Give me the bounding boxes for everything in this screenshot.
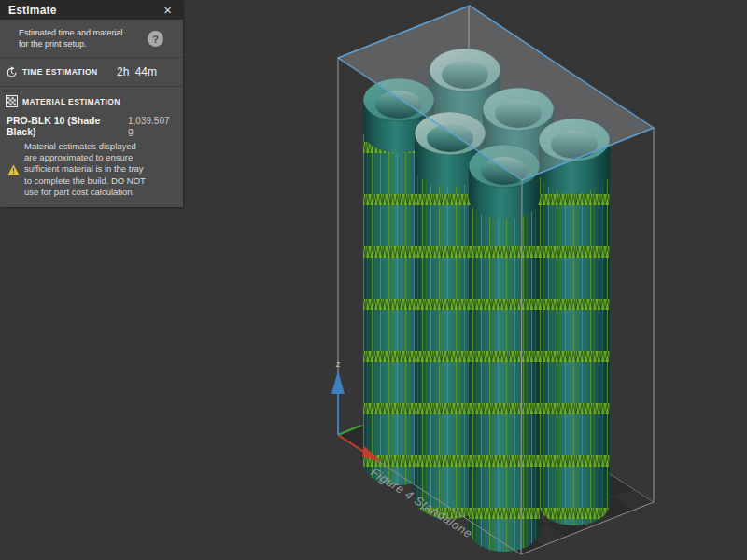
- warning-icon: [7, 164, 20, 175]
- axis-y-label: Y: [402, 404, 407, 413]
- app-window: Z Y Figure 4 Standalone Estimate × Estim…: [0, 0, 747, 560]
- material-warning-text: Material estimates displayed are approxi…: [24, 141, 146, 198]
- estimate-description: Estimated time and material for the prin…: [19, 28, 134, 49]
- estimate-panel: Estimate × Estimated time and material f…: [0, 0, 183, 207]
- print-part-cylinder-5[interactable]: [539, 119, 610, 525]
- estimate-panel-header: Estimate ×: [0, 0, 183, 20]
- material-name: PRO-BLK 10 (Shade Black): [7, 115, 128, 137]
- material-estimation-section: MATERIAL ESTIMATION PRO-BLK 10 (Shade Bl…: [0, 87, 183, 207]
- estimate-description-row: Estimated time and material for the prin…: [0, 20, 183, 58]
- axis-z-label: Z: [336, 360, 341, 369]
- panel-title: Estimate: [8, 4, 57, 17]
- print-part-cylinder-6[interactable]: [469, 145, 540, 552]
- help-icon[interactable]: ?: [148, 31, 163, 47]
- material-amount: 1,039.507 g: [128, 116, 176, 136]
- time-icon: [6, 66, 18, 78]
- time-estimation-row: TIME ESTIMATION 2h 44m: [0, 58, 183, 87]
- material-warning: Material estimates displayed are approxi…: [6, 141, 176, 198]
- material-estimation-label: MATERIAL ESTIMATION: [22, 97, 120, 106]
- close-icon[interactable]: ×: [161, 3, 175, 17]
- material-icon: [6, 95, 18, 107]
- time-estimation-label: TIME ESTIMATION: [22, 67, 97, 77]
- time-estimation-value: 2h 44m: [117, 65, 157, 78]
